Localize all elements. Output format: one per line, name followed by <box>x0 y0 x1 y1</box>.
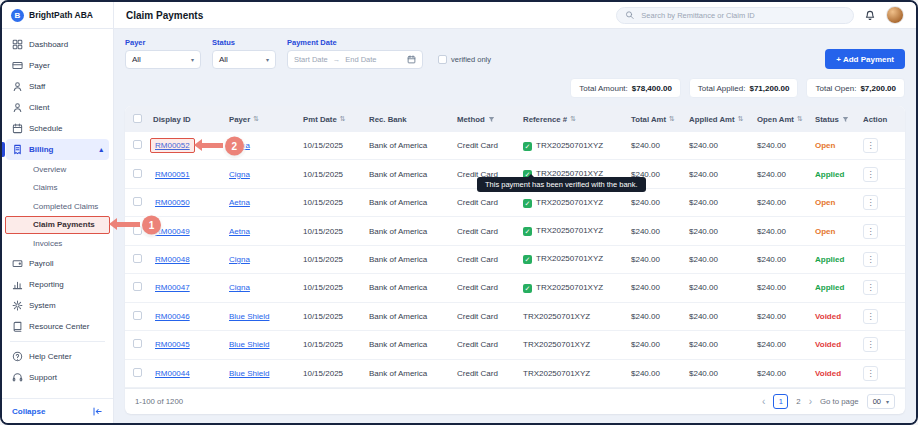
status-filter-select[interactable]: All ▾ <box>212 50 276 69</box>
display-id-link[interactable]: RM00047 <box>155 283 190 292</box>
row-actions-button[interactable]: ⋮ <box>863 167 878 182</box>
total-applied-value: $71,200.00 <box>749 84 789 93</box>
row-checkbox[interactable] <box>133 197 142 206</box>
sidebar-item-payer[interactable]: Payer <box>2 55 113 76</box>
notifications-bell-icon[interactable] <box>864 9 876 21</box>
brand[interactable]: B BrightPath ABA <box>2 2 114 28</box>
page-2-button[interactable]: 2 <box>796 397 800 406</box>
page-1-button[interactable]: 1 <box>773 394 788 409</box>
total-applied-label: Total Applied: <box>698 84 746 93</box>
row-actions-button[interactable]: ⋮ <box>863 195 878 210</box>
sort-icon[interactable]: ⇅ <box>797 115 803 123</box>
payer-filter-select[interactable]: All ▾ <box>125 50 201 69</box>
payer-link[interactable]: Aetna <box>229 227 250 236</box>
range-arrow-icon: → <box>333 55 341 64</box>
sidebar-collapse-button[interactable]: Collapse <box>2 398 113 423</box>
sort-icon[interactable]: ⇅ <box>738 115 744 123</box>
row-checkbox[interactable] <box>133 169 142 178</box>
row-checkbox[interactable] <box>133 140 142 149</box>
verified-check-icon[interactable]: ✓ <box>523 255 532 264</box>
payer-link[interactable]: Cigna <box>229 283 250 292</box>
sidebar-item-dashboard[interactable]: Dashboard <box>2 34 113 55</box>
verified-check-icon[interactable]: ✓ <box>523 142 532 151</box>
checkbox-icon[interactable] <box>438 55 447 64</box>
user-avatar[interactable] <box>886 6 904 24</box>
sidebar-subitem-claim-payments[interactable]: Claim Payments1 <box>2 216 113 235</box>
payer-link[interactable]: Aetna <box>229 198 250 207</box>
row-actions-button[interactable]: ⋮ <box>863 138 878 153</box>
display-id-link[interactable]: RM00048 <box>155 255 190 264</box>
status-badge: Applied <box>815 255 863 264</box>
start-date-placeholder[interactable]: Start Date <box>294 55 328 64</box>
sidebar-item-client[interactable]: Client <box>2 97 113 118</box>
schedule-icon <box>12 123 23 134</box>
row-checkbox[interactable] <box>133 254 142 263</box>
sidebar-subitem-overview[interactable]: Overview <box>2 160 113 179</box>
applied-amt-cell: $240.00 <box>689 369 757 378</box>
sort-icon[interactable]: ⇅ <box>570 115 576 123</box>
payer-link[interactable]: Blue Shield <box>229 312 269 321</box>
sidebar-item-schedule[interactable]: Schedule <box>2 118 113 139</box>
sidebar-item-help-center[interactable]: Help Center <box>2 346 113 367</box>
row-actions-button[interactable]: ⋮ <box>863 280 878 295</box>
sidebar-item-system[interactable]: System <box>2 295 113 316</box>
display-id-link[interactable]: RM00051 <box>155 170 190 179</box>
add-payment-button[interactable]: + Add Payment <box>825 49 905 69</box>
sidebar-item-staff[interactable]: Staff <box>2 76 113 97</box>
sidebar-subitem-label: Invoices <box>33 239 62 248</box>
prev-page-button[interactable]: ‹ <box>762 396 765 407</box>
filter-icon[interactable] <box>488 116 495 123</box>
row-actions-button[interactable]: ⋮ <box>863 337 878 352</box>
payer-link[interactable]: Blue Shield <box>229 369 269 378</box>
sidebar-item-support[interactable]: Support <box>2 367 113 388</box>
row-checkbox[interactable] <box>133 368 142 377</box>
payments-table: Display IDPayer⇅Pmt Date⇅Rec. BankMethod… <box>125 106 905 414</box>
page-size-select[interactable]: 00 ▾ <box>867 394 895 409</box>
annotation-step-badge: 1 <box>142 215 161 234</box>
payer-link[interactable]: Blue Shield <box>229 340 269 349</box>
row-actions-button[interactable]: ⋮ <box>863 366 878 381</box>
verified-only-checkbox[interactable]: verified only <box>438 55 491 64</box>
row-actions-button[interactable]: ⋮ <box>863 224 878 239</box>
payment-date-range[interactable]: Start Date → End Date <box>287 50 423 69</box>
reference-cell: ✓TRX20250701XYZ <box>523 226 631 236</box>
global-search[interactable] <box>616 7 854 24</box>
row-checkbox[interactable] <box>133 339 142 348</box>
sidebar-subitem-claims[interactable]: Claims <box>2 179 113 198</box>
row-actions-button[interactable]: ⋮ <box>863 252 878 267</box>
filter-icon[interactable] <box>842 116 849 123</box>
payer-link[interactable]: Cigna <box>229 170 250 179</box>
display-id-link[interactable]: RM00046 <box>155 312 190 321</box>
sidebar-item-resource-center[interactable]: Resource Center <box>2 316 113 337</box>
reference-cell: ✓TRX20250701XYZ <box>523 283 631 293</box>
row-actions-button[interactable]: ⋮ <box>863 309 878 324</box>
sidebar-item-billing[interactable]: Billing▴ <box>6 139 109 160</box>
table-row: RM00048Cigna10/15/2025Bank of AmericaCre… <box>125 246 905 274</box>
verified-check-icon[interactable]: ✓ <box>523 227 532 236</box>
sort-icon[interactable]: ⇅ <box>253 115 259 123</box>
payer-filter-value: All <box>132 55 141 64</box>
sort-icon[interactable]: ⇅ <box>669 115 675 123</box>
verified-check-icon[interactable]: ✓ <box>523 199 532 208</box>
display-id-link[interactable]: RM00050 <box>155 198 190 207</box>
display-id-link[interactable]: RM00052 <box>155 141 190 150</box>
row-checkbox[interactable] <box>133 282 142 291</box>
status-badge: Voided <box>815 340 863 349</box>
sidebar-item-payroll[interactable]: Payroll <box>2 253 113 274</box>
display-id-link[interactable]: RM00044 <box>155 369 190 378</box>
sort-icon[interactable]: ⇅ <box>340 115 346 123</box>
verified-check-icon[interactable]: ✓ <box>523 284 532 293</box>
next-page-button[interactable]: › <box>809 396 812 407</box>
method-cell: Credit Card <box>457 340 523 349</box>
search-input[interactable] <box>639 10 845 21</box>
row-checkbox[interactable] <box>133 311 142 320</box>
sidebar-item-reporting[interactable]: Reporting <box>2 274 113 295</box>
method-cell: Credit Card <box>457 227 523 236</box>
table-row: RM00046Blue Shield10/15/2025Bank of Amer… <box>125 303 905 331</box>
sidebar-subitem-invoices[interactable]: Invoices <box>2 234 113 253</box>
select-all-checkbox[interactable] <box>133 114 142 123</box>
payer-link[interactable]: Cigna <box>229 255 250 264</box>
end-date-placeholder[interactable]: End Date <box>345 55 376 64</box>
display-id-link[interactable]: RM00045 <box>155 340 190 349</box>
sidebar-subitem-completed-claims[interactable]: Completed Claims <box>2 197 113 216</box>
